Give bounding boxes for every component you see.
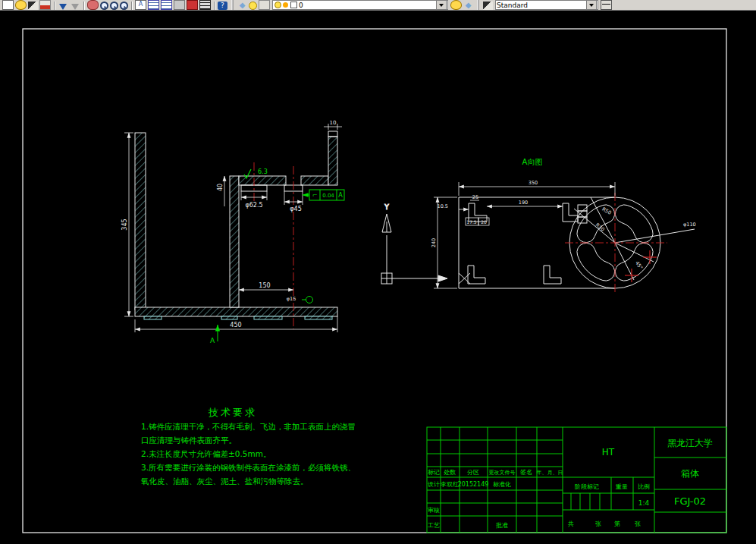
material-value: HT (602, 447, 615, 458)
dim-240: 240 (431, 238, 437, 247)
stage-label: 阶段标记 (575, 483, 599, 490)
text-style-combobox[interactable]: Standard (495, 0, 598, 10)
layers-icon[interactable]: ◆ (237, 2, 247, 10)
sheet-set-icon[interactable] (174, 0, 185, 10)
technical-requirements: 技术要求 1.铸件应清理干净，不得有毛刺、飞边，非加工表面上的浇冒 口应清理与铸… (140, 407, 356, 486)
zoom-previous-icon[interactable] (120, 2, 128, 10)
sheet-border (23, 29, 726, 533)
dim-callout: φ110 (683, 222, 696, 228)
scale-value: 1:4 (638, 499, 650, 507)
dim-angle: 45° (634, 260, 644, 271)
sheet-total-label: 共 (568, 520, 574, 527)
header-count: 处数 (444, 469, 456, 476)
process-label: 工艺 (428, 522, 440, 529)
toolbar-separator (131, 2, 132, 10)
review-label: 审核 (428, 507, 440, 514)
layer-isolate-icon[interactable] (259, 0, 270, 10)
toolbar-separator (214, 2, 215, 10)
a-view-title: A向图 (522, 158, 543, 166)
toolbar-separator (54, 2, 55, 10)
zoom-window-icon[interactable] (110, 2, 118, 10)
block-editor-icon[interactable] (199, 0, 211, 10)
dim-25: 25 (472, 194, 478, 200)
header-signature: 签名 (520, 469, 532, 476)
sheet-unit-label: 张 (595, 520, 601, 527)
a-view: A向图 (431, 158, 696, 293)
style-dropdown-button[interactable] (586, 0, 597, 10)
text-style-icon[interactable]: A (135, 0, 146, 10)
toolbar-group-divider (231, 0, 234, 10)
header-change-doc: 更改文件号 (489, 469, 516, 476)
dim-350: 350 (529, 180, 538, 186)
dim-bore: φ62.5 (245, 202, 262, 209)
dim-r-outer: R50 (601, 206, 612, 216)
layer-color-swatch (290, 2, 297, 8)
layer-dropdown-button[interactable] (436, 0, 447, 10)
sheet-unit-label-2: 张 (635, 520, 641, 527)
tech-req-line: 口应清理与铸件表面齐平。 (141, 436, 237, 445)
tolerance-symbol: ⌐ (312, 192, 318, 199)
student-number: 20152149 (458, 481, 489, 488)
tolerance-value: 0.04 (322, 193, 334, 199)
dim-190: 190 (519, 200, 528, 206)
dim-105: 10.5 (438, 203, 448, 209)
help-icon[interactable]: ? (218, 2, 227, 10)
left-wall (135, 133, 146, 310)
header-mark: 标记 (428, 469, 440, 476)
bracket-bottom-right (544, 266, 561, 284)
y-axis-label: Y (384, 203, 389, 211)
wall-top-cap (328, 131, 337, 137)
scale-label: 比例 (638, 483, 650, 490)
layer-on-icon[interactable] (274, 2, 281, 8)
chevron-down-icon (589, 4, 594, 7)
dim-345: 345 (121, 219, 128, 230)
dim-boss-hole: φ15 (287, 296, 296, 302)
layer-combobox[interactable]: 0 (272, 0, 448, 10)
standard-toolbar: A ? ◆ 0 ◆ Standard (0, 0, 756, 11)
header-date: 年、月、日 (537, 470, 563, 476)
title-block: 标记 处数 分区 更改文件号 签名 年、月、日 设计 李双红 20152149 … (427, 427, 726, 533)
layer-states-icon[interactable] (249, 2, 257, 10)
toolbar-group-divider (477, 0, 479, 10)
layer-name: 0 (299, 2, 303, 9)
dim-450: 450 (230, 322, 241, 329)
paste-icon[interactable] (15, 0, 27, 10)
tolerance-frame: ⌐ 0.04 A (303, 190, 344, 200)
drawing-number: FGJ-02 (674, 495, 706, 507)
layer-previous-icon[interactable]: ◆ (463, 2, 473, 10)
cad-application-window: { "window": { "layer_value": "0", "style… (0, 0, 756, 544)
design-label: 设计 (428, 481, 440, 488)
zoom-realtime-icon[interactable] (100, 2, 108, 10)
table-icon[interactable] (148, 0, 159, 10)
layer-freeze-icon[interactable] (283, 2, 288, 8)
header-zone: 分区 (467, 469, 479, 476)
fill-icon[interactable] (39, 0, 51, 10)
university-name: 黑龙江大学 (667, 438, 713, 448)
make-object-layer-icon[interactable] (450, 0, 462, 10)
section-view: 345 450 150 40 10 φ62.5 φ45 φ15 6.3 ⌐ 0.… (121, 120, 344, 344)
bracket-bottom-left (468, 266, 485, 284)
dim-150: 150 (259, 282, 270, 289)
middle-wall (230, 176, 239, 307)
redo-icon[interactable] (71, 4, 79, 10)
roughness-value: 6.3 (258, 168, 268, 175)
undo-icon[interactable] (59, 4, 67, 10)
bracket-top-right (563, 203, 578, 222)
tech-req-line: 氧化皮、油脂、灰尘、泥土、盐和污物等除去。 (140, 476, 309, 486)
dim-40: 40 (217, 184, 224, 191)
markup-icon[interactable] (187, 0, 198, 10)
chevron-down-icon (439, 4, 444, 7)
part-name: 箱体 (681, 468, 699, 479)
dimension-style-icon[interactable] (601, 0, 612, 10)
bottom-plate (135, 307, 337, 316)
properties-pen-icon[interactable] (483, 2, 493, 10)
match-properties-icon[interactable] (28, 2, 38, 10)
right-wall (328, 137, 337, 185)
sheet-no-label: 第 (614, 520, 620, 527)
section-arrow: A (210, 325, 218, 344)
properties-icon[interactable] (161, 0, 172, 10)
model-space-canvas[interactable]: 345 450 150 40 10 φ62.5 φ45 φ15 6.3 ⌐ 0.… (0, 11, 756, 544)
tech-req-line: 2.未注长度尺寸允许偏差±0.5mm。 (141, 449, 271, 458)
copy-icon[interactable] (2, 0, 14, 10)
pan-icon[interactable] (87, 0, 99, 10)
